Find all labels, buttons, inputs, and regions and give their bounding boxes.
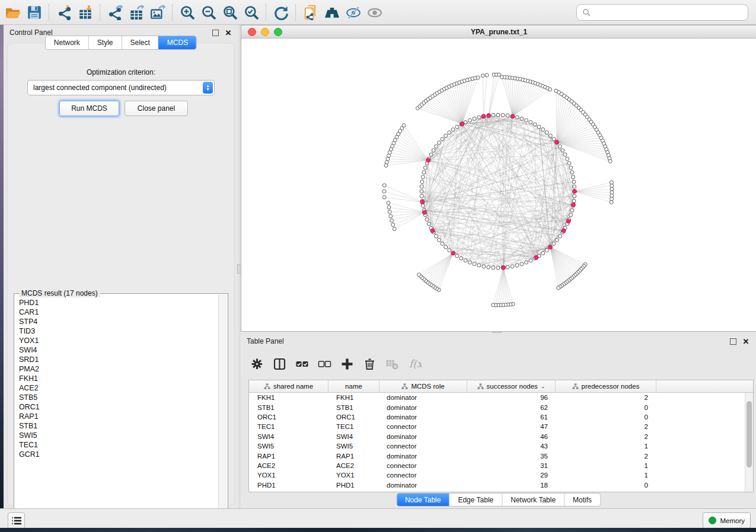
- network-window-title: YPA_prune.txt_1: [241, 28, 756, 36]
- tab-network-table[interactable]: Network Table: [502, 493, 564, 506]
- table-row-STB1[interactable]: STB1STB1dominator620: [249, 402, 753, 412]
- mcds-hub-node: [511, 114, 515, 118]
- column-type-icon: [401, 383, 408, 390]
- close-table-panel-icon[interactable]: ✕: [742, 337, 750, 345]
- cell-shared_name: SWI4: [249, 433, 328, 440]
- tab-edge-table[interactable]: Edge Table: [449, 493, 502, 506]
- mcds-result-item[interactable]: PHD1: [19, 298, 219, 307]
- optimization-criterion-select[interactable]: largest connected component (undirected)…: [27, 80, 215, 95]
- table-scrollbar[interactable]: [745, 393, 753, 492]
- search-input[interactable]: [591, 7, 748, 18]
- export-table-button[interactable]: [126, 2, 147, 23]
- export-network-button[interactable]: [104, 2, 126, 23]
- mcds-result-item[interactable]: RAP1: [19, 412, 219, 421]
- table-row-TEC1[interactable]: TEC1TEC1connector472: [249, 422, 753, 431]
- float-panel-icon[interactable]: [211, 28, 219, 37]
- zoom-out-button[interactable]: [198, 2, 219, 23]
- search-icon: [582, 8, 591, 17]
- column-type-icon: [264, 383, 270, 390]
- mcds-result-item[interactable]: STP4: [19, 317, 219, 326]
- cell-mcds_role: dominator: [378, 433, 465, 440]
- deselect-all-button[interactable]: [313, 354, 336, 374]
- column-header-MCDS-role[interactable]: MCDS role: [379, 380, 467, 392]
- mcds-result-item[interactable]: FKH1: [19, 374, 219, 383]
- memory-button[interactable]: Memory: [703, 512, 751, 528]
- mcds-result-item[interactable]: CAR1: [19, 307, 219, 317]
- mcds-hub-node: [548, 245, 553, 249]
- toolbar-separator: [100, 4, 101, 21]
- close-panel-button[interactable]: Close panel: [125, 101, 188, 116]
- table-row-RAP1[interactable]: RAP1RAP1dominator352: [249, 451, 753, 460]
- table-row-SWI5[interactable]: SWI5SWI5connector431: [249, 441, 753, 451]
- delete-row-button[interactable]: [358, 354, 381, 374]
- mcds-hub-node: [451, 251, 455, 255]
- mcds-result-item[interactable]: PMA2: [19, 364, 219, 374]
- mcds-result-item[interactable]: GCR1: [19, 450, 219, 459]
- hide-selected-button[interactable]: [343, 2, 364, 23]
- mcds-result-item[interactable]: SWI4: [19, 345, 219, 355]
- tab-node-table[interactable]: Node Table: [397, 493, 449, 506]
- cell-shared_name: PHD1: [249, 482, 328, 489]
- node-table: shared namenameMCDS rolesuccessor nodes⌄…: [248, 380, 754, 492]
- zoom-in-button[interactable]: [177, 2, 198, 23]
- select-all-button[interactable]: [291, 354, 313, 374]
- export-image-button[interactable]: [147, 2, 168, 23]
- column-header-shared-name[interactable]: shared name: [249, 380, 328, 392]
- column-header-successor-nodes[interactable]: successor nodes⌄: [467, 380, 556, 392]
- share-document-button[interactable]: [300, 2, 321, 23]
- mcds-hub-node: [460, 122, 464, 126]
- task-history-button[interactable]: [8, 512, 25, 529]
- mcds-result-item[interactable]: SWI5: [19, 431, 219, 440]
- table-row-YOX1[interactable]: YOX1YOX1connector291: [249, 470, 753, 480]
- table-row-ORC1[interactable]: ORC1ORC1dominator610: [249, 412, 753, 422]
- cell-mcds_role: dominator: [378, 394, 465, 401]
- float-table-panel-icon[interactable]: [729, 337, 737, 345]
- network-window-titlebar[interactable]: YPA_prune.txt_1: [241, 25, 756, 39]
- deselect-all-icon: [318, 357, 331, 371]
- run-mcds-button[interactable]: Run MCDS: [59, 101, 119, 116]
- table-row-PHD1[interactable]: PHD1PHD1dominator180: [249, 480, 753, 490]
- close-panel-icon[interactable]: ✕: [224, 28, 232, 37]
- open-folder-button[interactable]: [2, 2, 24, 23]
- table-row-FKH1[interactable]: FKH1FKH1dominator962: [249, 393, 753, 402]
- tab-network[interactable]: Network: [46, 36, 88, 49]
- column-header-predecessor-nodes[interactable]: predecessor nodes: [556, 380, 656, 392]
- mcds-result-item[interactable]: SRD1: [19, 355, 219, 364]
- mcds-hub-node: [572, 203, 576, 207]
- graph-nodes: [382, 73, 614, 307]
- table-row-ACE2[interactable]: ACE2ACE2connector311: [249, 461, 753, 470]
- table-row-SWI4[interactable]: SWI4SWI4dominator462: [249, 432, 753, 441]
- save-button[interactable]: [24, 2, 45, 23]
- cell-name: STB1: [328, 404, 378, 411]
- show-selected-button[interactable]: [364, 2, 385, 23]
- tab-mcds[interactable]: MCDS: [158, 36, 196, 49]
- mcds-result-item[interactable]: ORC1: [19, 402, 219, 412]
- mcds-hub-node: [534, 255, 538, 259]
- zoom-fit-button[interactable]: [219, 2, 241, 23]
- search-box: [576, 4, 748, 21]
- tab-style[interactable]: Style: [88, 36, 122, 49]
- show-selected-icon: [367, 5, 382, 20]
- mcds-result-item[interactable]: STB5: [19, 393, 219, 402]
- column-header-name[interactable]: name: [328, 380, 379, 392]
- network-graph-canvas[interactable]: [241, 39, 755, 330]
- zoom-selected-button[interactable]: [241, 2, 262, 23]
- refresh-button[interactable]: [270, 2, 292, 23]
- mcds-hub-node: [481, 114, 486, 118]
- svg-text:f(x): f(x): [409, 358, 422, 370]
- add-row-button[interactable]: [336, 354, 358, 374]
- tab-motifs[interactable]: Motifs: [564, 493, 600, 506]
- import-table-button[interactable]: [75, 2, 96, 23]
- table-scrollbar-thumb[interactable]: [747, 401, 752, 467]
- mcds-result-item[interactable]: YOX1: [19, 336, 219, 345]
- mcds-result-scrollbar[interactable]: [218, 294, 227, 510]
- show-columns-button[interactable]: [268, 354, 291, 374]
- mcds-result-item[interactable]: STB1: [19, 421, 219, 431]
- mcds-result-item[interactable]: TEC1: [19, 440, 219, 450]
- settings-gear-button[interactable]: [245, 354, 268, 374]
- mcds-result-item[interactable]: TID3: [19, 326, 219, 336]
- search-network-button[interactable]: [321, 2, 343, 23]
- import-network-button[interactable]: [53, 2, 75, 23]
- tab-select[interactable]: Select: [122, 36, 158, 49]
- mcds-result-item[interactable]: ACE2: [19, 383, 219, 393]
